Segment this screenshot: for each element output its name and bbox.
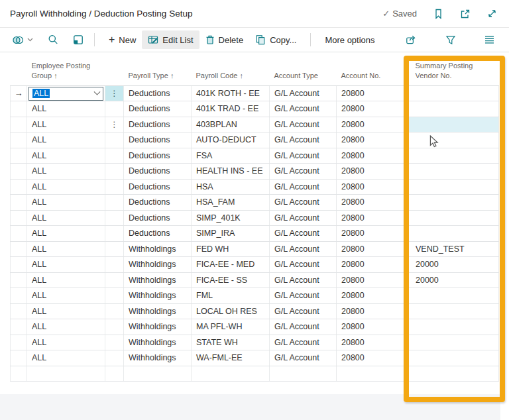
- copy-button[interactable]: Copy...: [249, 30, 302, 49]
- table-row[interactable]: → ALL ALL ⋮ Withholdings FICA-EE - SS G/…: [11, 272, 499, 288]
- cell-employee-posting-group[interactable]: ALL ALL: [27, 148, 105, 164]
- cell-payroll-code[interactable]: HEALTH INS - EE: [192, 164, 270, 180]
- cell-payroll-code[interactable]: AUTO-DEDUCT: [192, 132, 270, 148]
- cell-employee-posting-group[interactable]: ALL ALL: [27, 117, 105, 132]
- table-row[interactable]: → ALL ALL ⋮ Withholdings FICA-EE - MED G…: [11, 257, 499, 273]
- row-selector-cell[interactable]: →: [11, 366, 27, 382]
- cell-account-type[interactable]: G/L Account: [270, 210, 337, 226]
- cell-account-no[interactable]: 20800: [337, 148, 407, 164]
- cell-account-type[interactable]: G/L Account: [270, 241, 337, 257]
- cell-payroll-type[interactable]: Withholdings: [124, 335, 192, 350]
- more-options-button[interactable]: More options: [319, 31, 380, 49]
- cell-summary-posting-vendor-no[interactable]: [407, 117, 499, 132]
- edit-list-button[interactable]: Edit List: [142, 30, 199, 49]
- table-row[interactable]: → ALL ALL ⋮ Withholdings STATE WH G/L Ac…: [11, 335, 499, 350]
- cell-payroll-code[interactable]: SIMP_401K: [192, 210, 270, 226]
- row-menu-cell[interactable]: ⋮: [105, 350, 124, 366]
- row-menu-cell[interactable]: ⋮: [105, 226, 124, 242]
- row-selector-cell[interactable]: →: [11, 288, 27, 304]
- cell-payroll-type[interactable]: Deductions: [124, 85, 192, 101]
- row-menu-cell[interactable]: ⋮: [105, 303, 124, 319]
- cell-payroll-type[interactable]: Deductions: [124, 195, 192, 211]
- cell-payroll-code[interactable]: MA PFL-WH: [192, 319, 270, 335]
- cell-account-type[interactable]: G/L Account: [270, 195, 337, 211]
- cell-employee-posting-group[interactable]: ALL ALL: [27, 272, 105, 288]
- cell-account-no[interactable]: 20800: [337, 241, 407, 257]
- cell-payroll-code[interactable]: HSA: [192, 179, 270, 195]
- cell-employee-posting-group[interactable]: ALL ALL: [27, 257, 105, 273]
- row-menu-cell[interactable]: ⋮: [105, 335, 124, 350]
- cell-payroll-code[interactable]: SIMP_IRA: [192, 226, 270, 242]
- row-selector-cell[interactable]: →: [11, 257, 27, 273]
- header-account-no[interactable]: Account No.: [337, 53, 407, 85]
- chevron-down-icon[interactable]: [94, 88, 101, 95]
- cell-summary-posting-vendor-no[interactable]: [407, 335, 499, 350]
- cell-account-no[interactable]: 20800: [337, 226, 407, 242]
- cell-summary-posting-vendor-no[interactable]: 20000: [407, 272, 499, 288]
- cell-payroll-type[interactable]: Withholdings: [124, 319, 192, 335]
- row-selector-cell[interactable]: →: [11, 210, 27, 226]
- table-row[interactable]: → ALL ALL ⋮ Deductions AUTO-DEDUCT G/L A…: [11, 132, 499, 148]
- related-entities-icon[interactable]: [10, 32, 36, 48]
- header-employee-posting-group[interactable]: Employee Posting Group ↑: [27, 53, 105, 85]
- cell-account-type[interactable]: G/L Account: [270, 288, 337, 304]
- cell-payroll-code[interactable]: 401K ROTH - EE: [192, 85, 270, 101]
- row-menu-cell[interactable]: ⋮: [105, 319, 124, 335]
- cell-payroll-code[interactable]: [192, 366, 270, 382]
- table-row[interactable]: → ALL ALL ⋮ Deductions HEALTH INS - EE G…: [11, 164, 499, 180]
- cell-account-no[interactable]: 20800: [337, 117, 407, 132]
- row-selector-cell[interactable]: →: [11, 117, 27, 132]
- row-selector-cell[interactable]: →: [11, 148, 27, 164]
- cell-summary-posting-vendor-no[interactable]: [407, 85, 499, 101]
- cell-account-no[interactable]: 20800: [337, 132, 407, 148]
- cell-summary-posting-vendor-no[interactable]: [407, 350, 499, 366]
- cell-account-no[interactable]: 20800: [337, 335, 407, 350]
- cell-account-no[interactable]: 20800: [337, 101, 407, 117]
- cell-summary-posting-vendor-no[interactable]: [407, 303, 499, 319]
- cell-summary-posting-vendor-no[interactable]: [407, 132, 499, 148]
- table-row[interactable]: → ALL ALL ⋮ Withholdings MA PFL-WH G/L A…: [11, 319, 499, 335]
- cell-summary-posting-vendor-no[interactable]: [407, 319, 499, 335]
- row-menu-cell[interactable]: ⋮: [105, 132, 124, 148]
- cell-payroll-type[interactable]: [124, 366, 192, 382]
- table-row[interactable]: → ALL ALL ⋮ Deductions 401K ROTH - EE G/…: [11, 85, 499, 101]
- cell-payroll-code[interactable]: LOCAL OH RES: [192, 303, 270, 319]
- row-menu-cell[interactable]: ⋮: [105, 179, 124, 195]
- row-selector-cell[interactable]: →: [11, 350, 27, 366]
- row-selector-cell[interactable]: →: [11, 241, 27, 257]
- cell-account-no[interactable]: 20800: [337, 257, 407, 273]
- cell-payroll-type[interactable]: Deductions: [124, 132, 192, 148]
- cell-payroll-code[interactable]: FED WH: [192, 241, 270, 257]
- row-selector-cell[interactable]: →: [11, 101, 27, 117]
- cell-payroll-type[interactable]: Deductions: [124, 210, 192, 226]
- cell-employee-posting-group[interactable]: ALL ALL: [27, 179, 105, 195]
- cell-employee-posting-group[interactable]: ALL ALL: [27, 288, 105, 304]
- cell-payroll-code[interactable]: FICA-EE - MED: [192, 257, 270, 273]
- table-row[interactable]: → ALL ALL ⋮ Withholdings WA-FML-EE G/L A…: [11, 350, 499, 366]
- cell-summary-posting-vendor-no[interactable]: [407, 195, 499, 211]
- delete-button[interactable]: Delete: [199, 30, 250, 49]
- cell-account-type[interactable]: G/L Account: [270, 117, 337, 132]
- cell-employee-posting-group[interactable]: ALL ALL: [27, 241, 105, 257]
- cell-account-type[interactable]: G/L Account: [270, 164, 337, 180]
- row-menu-cell[interactable]: ⋮: [105, 241, 124, 257]
- cell-account-no[interactable]: 20800: [337, 179, 407, 195]
- cell-payroll-code[interactable]: 403BPLAN: [192, 117, 270, 132]
- cell-employee-posting-group[interactable]: ALL ALL: [27, 164, 105, 180]
- cell-summary-posting-vendor-no[interactable]: [407, 101, 499, 117]
- cell-account-no[interactable]: 20800: [337, 210, 407, 226]
- header-payroll-code[interactable]: Payroll Code ↑: [192, 53, 270, 85]
- cell-summary-posting-vendor-no[interactable]: [407, 164, 499, 180]
- row-selector-cell[interactable]: →: [11, 179, 27, 195]
- cell-summary-posting-vendor-no[interactable]: [407, 210, 499, 226]
- cell-payroll-type[interactable]: Deductions: [124, 164, 192, 180]
- cell-payroll-code[interactable]: FSA: [192, 148, 270, 164]
- cell-account-no[interactable]: 20800: [337, 195, 407, 211]
- cell-payroll-type[interactable]: Deductions: [124, 226, 192, 242]
- cell-account-type[interactable]: G/L Account: [270, 257, 337, 273]
- table-row[interactable]: → ALL ALL ⋮ Deductions HSA G/L Account 2…: [11, 179, 499, 195]
- row-menu-cell[interactable]: ⋮: [105, 85, 124, 101]
- group-combobox[interactable]: ALL: [28, 87, 103, 101]
- cell-account-no[interactable]: 20800: [337, 350, 407, 366]
- expand-icon[interactable]: [487, 9, 497, 19]
